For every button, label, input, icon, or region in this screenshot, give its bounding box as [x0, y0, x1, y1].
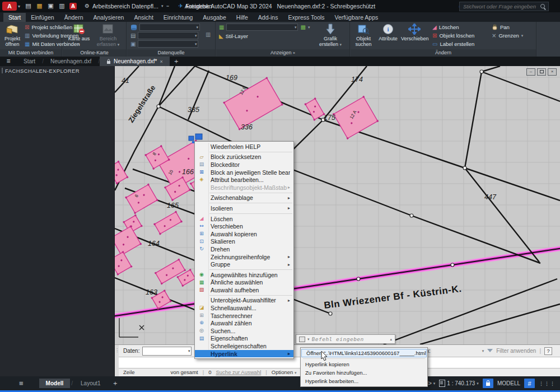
menu-item-isolieren[interactable]: Isolieren▸	[195, 204, 293, 212]
menu-item-schnellauswahl[interactable]: ◪Schnellauswahl...	[195, 304, 293, 312]
scale-button[interactable]: 1 : 740.173 ▾	[439, 380, 479, 387]
label-erstellen-button[interactable]: ▭ Label erstellen	[432, 41, 474, 47]
datasource-row-1[interactable]: ▾	[130, 24, 200, 31]
submenu-item-hyperlink-kopieren[interactable]: Hyperlink kopieren	[301, 360, 427, 368]
help-search-input[interactable]	[462, 3, 538, 10]
karte-aus-button[interactable]: Karte aus ▾	[67, 23, 91, 48]
chevron-down-icon[interactable]: ▾	[307, 337, 310, 342]
ribbon-tab-express-tools[interactable]: Express Tools	[283, 13, 329, 22]
save-icon[interactable]: ▣	[47, 3, 54, 10]
menu-item-hyperlink[interactable]: Hyperlink▸	[195, 350, 293, 358]
plot-icon[interactable]: ▥	[58, 3, 66, 10]
new-file-icon[interactable]: ▤	[25, 3, 32, 10]
ribbon-tab-analysieren[interactable]: Analysieren	[88, 13, 129, 22]
apply-filter-button[interactable]: Filter anwenden	[496, 348, 536, 354]
datasource-combo-2[interactable]: ▾	[138, 32, 198, 39]
grid-toggle[interactable]: #	[524, 379, 535, 388]
customize-icon[interactable]: ⋮⋮⋮	[539, 381, 556, 386]
add-layout-button[interactable]: ＋	[108, 379, 123, 388]
submenu-item-zu-favoriten-hinzufügen[interactable]: Zu Favoriten hinzufügen...	[301, 368, 427, 377]
selected-block[interactable]	[189, 136, 194, 141]
menu-item-gruppe[interactable]: Gruppe▸	[195, 260, 293, 268]
panel-header[interactable]: FACHSCHALEN-EXPLORER	[0, 66, 114, 75]
daten-combo[interactable]: ▾	[142, 347, 192, 356]
menu-item-drehen[interactable]: ↻Drehen	[195, 245, 293, 253]
grenzen-button[interactable]: × Grenzen ▾	[492, 32, 523, 39]
search-to-selection-link[interactable]: Suche zur Auswahl	[216, 369, 261, 375]
attribute-button[interactable]: i Attribute	[376, 23, 400, 41]
drawing-canvas[interactable]: 4116917433517533616644716516416312 B12 A…	[115, 66, 560, 344]
help-button[interactable]: ?	[544, 347, 552, 355]
layer-combo[interactable]: ▾	[226, 24, 298, 31]
lock-button[interactable]	[483, 379, 493, 388]
datasource-row-2[interactable]: ▤ ▾	[130, 32, 198, 39]
menu-item-attribut-bearbeiten[interactable]: ◈Attribut bearbeiten...	[195, 176, 293, 184]
chevron-up-icon[interactable]: ▴	[390, 337, 392, 342]
menu-item-eigenschaften[interactable]: ▤Eigenschaften	[195, 335, 293, 343]
search-icon[interactable]	[540, 4, 546, 10]
ribbon-tab-ausgabe[interactable]: Ausgabe	[198, 13, 231, 22]
menu-item-ähnliche-auswählen[interactable]: ▦Ähnliche auswählen	[195, 279, 293, 287]
layout-menu-icon[interactable]: ≡	[19, 379, 24, 388]
submenu-item-öffnen-html-links-12453900600167-html[interactable]: Öffnen "..\HTML\links\12453900600167____…	[301, 349, 427, 357]
menu-item-unterobjekt-auswahlfilter[interactable]: Unterobjekt-Auswahlfilter▸	[195, 297, 293, 305]
objekt-suchen-button[interactable]: Objekt suchen	[352, 23, 375, 47]
new-tab-button[interactable]: ＋	[170, 57, 183, 66]
menu-item-zeichnungsreihenfolge[interactable]: Zeichnungsreihenfolge▸	[195, 253, 293, 261]
command-line[interactable]: ▾ Befehl eingeben ▴	[296, 334, 395, 344]
datasource-combo-1[interactable]: ▾	[139, 24, 200, 31]
logo-dropdown-icon[interactable]: ▾	[18, 4, 20, 9]
menu-item-auswahl-zählen[interactable]: ⊕Auswahl zählen	[195, 319, 293, 327]
menu-item-wiederholen-help[interactable]: Wiederholen HELP	[195, 143, 293, 151]
minimize-icon[interactable]: –	[526, 68, 535, 76]
menu-item-taschenrechner[interactable]: ⊞Taschenrechner	[195, 312, 293, 320]
menu-item-ausgewähltes-hinzufügen[interactable]: ◉Ausgewähltes hinzufügen	[195, 271, 293, 279]
help-search[interactable]	[459, 2, 549, 11]
menu-item-schnelleigenschaften[interactable]: Schnelleigenschaften	[195, 342, 293, 350]
chevron-down-icon[interactable]: ▾	[482, 349, 484, 353]
ribbon-tab-einrichtung[interactable]: Einrichtung	[158, 13, 198, 22]
loeschen-button[interactable]: ◢ Löschen	[432, 24, 459, 30]
grafik-erstellen-button[interactable]: Grafik erstellen ▾	[316, 23, 345, 48]
ribbon-tab-ändern[interactable]: Ändern	[59, 13, 88, 22]
share-button[interactable]: ✈ Freigeben	[178, 3, 212, 10]
objekt-loeschen-button[interactable]: ⊠ Objekt löschen	[432, 32, 474, 39]
autocad-logo[interactable]: A	[2, 2, 17, 11]
menu-item-auswahl-aufheben[interactable]: ▧Auswahl aufheben	[195, 286, 293, 294]
ribbon-tab-start[interactable]: Start	[3, 13, 26, 22]
ribbon-tab-verfügbare-apps[interactable]: Verfügbare Apps	[330, 13, 384, 22]
file-tab-neuenhagen-dxf[interactable]: Neuenhagen.dxf*×	[100, 57, 170, 66]
workspace-expand-icon[interactable]: ≂	[166, 4, 169, 8]
command-input[interactable]: Befehl eingeben	[312, 336, 388, 342]
verschieben-button[interactable]: Verschieben	[401, 23, 428, 41]
open-folder-icon[interactable]: ▦	[36, 3, 43, 10]
menu-item-block-an-jeweiligen-stelle-bearbeiten[interactable]: ⊠Block an jeweiligen Stelle bearbeiten	[195, 169, 293, 176]
workspace-switcher[interactable]: ⚙ Arbeitsbereich Datenpfl... ▾ ≂	[85, 3, 169, 10]
file-tabs-menu-icon[interactable]: ≡	[0, 57, 17, 66]
restore-icon[interactable]	[537, 68, 546, 76]
menu-item-beschriftungsobjekt-maßstab[interactable]: Beschriftungsobjekt-Maßstab▸	[195, 184, 293, 192]
menu-item-auswahl-kopieren[interactable]: ⊞Auswahl kopieren	[195, 230, 293, 238]
modell-toggle[interactable]: MODELL	[497, 380, 520, 386]
projekt-oeffnen-button[interactable]: Projekt öffnen	[1, 23, 24, 47]
command-icon[interactable]	[299, 337, 305, 342]
file-tab-neuenhagen-dxf[interactable]: Neuenhagen.dxf	[44, 57, 98, 66]
menu-item-blockeditor[interactable]: ▤Blockeditor	[195, 161, 293, 169]
layout-tab-modell[interactable]: Modell	[39, 379, 71, 388]
datasource-combo-3[interactable]: ▾	[138, 40, 198, 48]
layers-icon[interactable]: ▩	[300, 25, 305, 30]
menu-item-suchen[interactable]: ◎Suchen...	[195, 327, 293, 335]
menu-item-zwischenablage[interactable]: Zwischenablage▸	[195, 194, 293, 202]
datasource-row-3[interactable]: ▣ ▾	[130, 40, 198, 48]
stil-layer-button[interactable]: ◣ Stil-Layer	[219, 33, 248, 39]
menu-item-verschieben[interactable]: ↔Verschieben	[195, 222, 293, 230]
ribbon-tab-hilfe[interactable]: Hilfe	[231, 13, 253, 22]
ribbon-tab-add-ins[interactable]: Add-ins	[253, 13, 283, 22]
ribbon-tab-ansicht[interactable]: Ansicht	[129, 13, 158, 22]
bereich-erfassen-button[interactable]: Bereich erfassen ▾	[96, 23, 120, 48]
file-tab-start[interactable]: Start	[17, 57, 42, 66]
datasource-extra-icon[interactable]: ▥	[206, 32, 211, 38]
close-icon[interactable]: ×	[548, 68, 557, 76]
layout-tab-layout1[interactable]: Layout1	[74, 379, 108, 388]
submenu-item-hyperlink-bearbeiten[interactable]: Hyperlink bearbeiten...	[301, 377, 427, 385]
